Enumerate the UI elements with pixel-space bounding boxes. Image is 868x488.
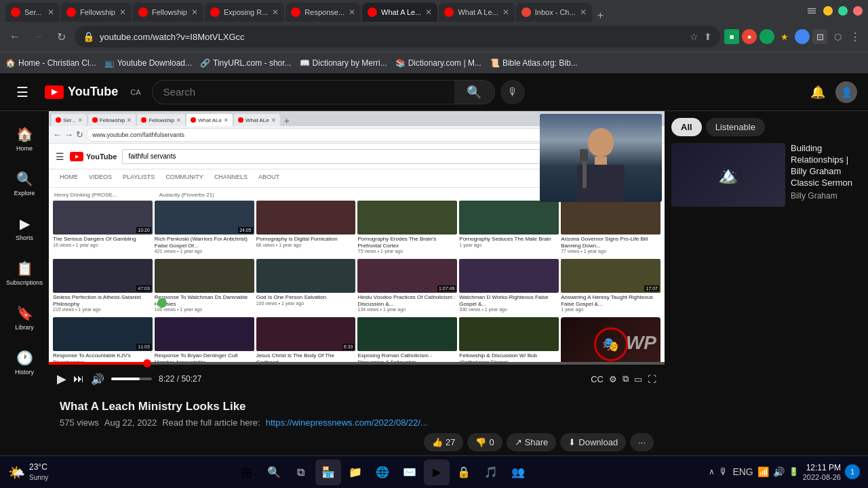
bookmark-dict[interactable]: 📚 Dictionary.com | M...: [395, 58, 481, 68]
ext-red-icon[interactable]: ●: [742, 29, 757, 44]
inner-video-6[interactable]: Arizona Governor Signs Pro-Life Bill Ban…: [561, 201, 660, 253]
dislike-button[interactable]: 👎 0: [467, 433, 502, 451]
tab-6-close[interactable]: ✕: [425, 7, 432, 17]
mail-taskbar-button[interactable]: ✉️: [397, 460, 422, 485]
fullscreen-button[interactable]: ⛶: [648, 374, 656, 384]
tab-3[interactable]: Fellowship ✕: [133, 3, 203, 22]
inner-tab-1[interactable]: Ser... ✕: [52, 114, 87, 126]
store-button[interactable]: 🏪: [315, 460, 341, 485]
volume-slider[interactable]: [111, 378, 152, 380]
inner-video-4[interactable]: Pornography Erodes The Brain's Prefronta…: [357, 201, 457, 253]
download-button[interactable]: ⬇ Download: [560, 433, 626, 451]
bookmark-tinyurl[interactable]: 🔗 TinyURL.com - shor...: [200, 58, 292, 68]
tab-4[interactable]: Exposing R... ✕: [205, 3, 284, 22]
video-url[interactable]: https://winepressnews.com/2022/08/22/...: [266, 418, 428, 428]
inner-new-tab-button[interactable]: +: [281, 115, 292, 126]
inner-yt-search-input[interactable]: [122, 149, 611, 164]
back-button[interactable]: ←: [5, 27, 24, 46]
tab-7-close[interactable]: ✕: [502, 7, 509, 17]
search-button[interactable]: 🔍: [454, 80, 495, 104]
settings-button[interactable]: ⚙: [609, 374, 617, 384]
ext-green-icon[interactable]: [760, 29, 774, 44]
inner-tab-home[interactable]: HOME: [54, 169, 83, 187]
search-input[interactable]: [152, 80, 454, 104]
browser-taskbar-button[interactable]: 🌐: [370, 460, 395, 485]
inner-video-15[interactable]: 6:33 Jesus Christ Is The Body Of The God…: [256, 317, 356, 362]
minimize-button[interactable]: [823, 6, 833, 16]
play-pause-button[interactable]: ▶: [57, 371, 66, 386]
inner-video-12[interactable]: 17:07 Answering A Heresy Taught Righteou…: [561, 259, 660, 312]
inner-video-14[interactable]: Response To Bryan Denlinger Cult Member …: [155, 317, 254, 362]
new-tab-button[interactable]: +: [593, 9, 608, 22]
sidebar-item-subscriptions[interactable]: 📋 Subscriptions: [0, 251, 49, 293]
inner-tab-videos[interactable]: VIDEOS: [83, 169, 117, 187]
inner-tab-2-close[interactable]: ✕: [127, 117, 132, 123]
theater-button[interactable]: ▭: [634, 374, 642, 384]
notification-badge[interactable]: 1: [845, 464, 860, 479]
volume-tray-icon[interactable]: 🔊: [773, 466, 785, 477]
bookmark-home[interactable]: 🏠 Home - Christian Cl...: [5, 58, 96, 68]
tab-7[interactable]: What A Le... ✕: [439, 3, 514, 22]
inner-tab-playlists[interactable]: PLAYLISTS: [117, 169, 160, 187]
ext-star-icon[interactable]: ★: [777, 29, 792, 44]
sidebar-item-library[interactable]: 🔖 Library: [0, 296, 49, 338]
video-progress-bar[interactable]: [49, 362, 665, 365]
bookmark-ytdl[interactable]: 📺 Youtube Download...: [104, 58, 192, 68]
tab-3-close[interactable]: ✕: [191, 7, 198, 17]
bookmark-merriam[interactable]: 📖 Dictionary by Merri...: [300, 58, 387, 68]
related-video-1[interactable]: 🏔️ Building Relationships | Billy Graham…: [671, 143, 861, 207]
yt-taskbar-button[interactable]: ▶: [424, 460, 450, 485]
user-avatar[interactable]: 👤: [835, 81, 857, 103]
youtube-logo[interactable]: YouTube: [45, 85, 118, 99]
tab-2[interactable]: Fellowship ✕: [61, 3, 132, 22]
bookmark-star-icon[interactable]: ☆: [690, 31, 698, 42]
sidebar-item-home[interactable]: 🏠 Home: [0, 117, 49, 159]
subtitles-button[interactable]: CC: [591, 374, 604, 384]
inner-tab-community[interactable]: COMMUNITY: [160, 169, 209, 187]
mic-button[interactable]: 🎙: [500, 80, 525, 104]
media-taskbar-button[interactable]: 🎵: [478, 460, 504, 485]
url-bar[interactable]: 🔒 youtube.com/watch?v=I8MotVLXGcc ☆ ⬆: [75, 26, 720, 47]
tab-list-button[interactable]: [806, 5, 818, 17]
inner-tab-5[interactable]: What ALe ✕: [234, 114, 280, 126]
inner-video-8[interactable]: Response To Watchman Ds Damnable Heresie…: [155, 259, 254, 312]
inner-video-2[interactable]: 24:05 Rich Penkoski (Warriors For Antich…: [155, 201, 254, 253]
chevron-up-icon[interactable]: ∧: [709, 467, 715, 476]
inner-reload-button[interactable]: ↻: [76, 129, 83, 140]
tab-8[interactable]: Inbox - Ch... ✕: [516, 3, 592, 22]
sidebar-item-explore[interactable]: 🔍 Explore: [0, 161, 49, 203]
inner-tab-5-close[interactable]: ✕: [271, 117, 276, 123]
inner-tab-3-close[interactable]: ✕: [176, 117, 181, 123]
tab-4-close[interactable]: ✕: [272, 7, 279, 17]
filter-all-button[interactable]: All: [671, 118, 702, 136]
inner-video-11[interactable]: Watchman D Works-Righteous False Gospel …: [459, 259, 559, 312]
inner-tab-active-close[interactable]: ✕: [224, 117, 229, 123]
tab-2-close[interactable]: ✕: [119, 7, 126, 17]
inner-forward-button[interactable]: →: [64, 129, 73, 140]
sidebar-item-history[interactable]: 🕐 History: [0, 340, 49, 382]
share-icon[interactable]: ⬆: [704, 31, 712, 42]
inner-video-1[interactable]: 10:20 The Serious Dangers Of Gambling 16…: [53, 201, 153, 253]
inner-video-9[interactable]: God Is One Person Salvation 100 views • …: [256, 259, 356, 312]
ext-circle-icon[interactable]: [795, 29, 810, 44]
inner-tab-active[interactable]: What ALe ✕: [186, 114, 233, 126]
share-button[interactable]: ↗ Share: [507, 433, 557, 451]
start-button[interactable]: ⊞: [234, 460, 260, 485]
maximize-button[interactable]: [838, 6, 848, 16]
vpn-taskbar-button[interactable]: 🔒: [451, 460, 477, 485]
miniplayer-button[interactable]: ⧉: [623, 373, 629, 384]
bookmark-bible[interactable]: 📜 Bible Atlas.org: Bib...: [490, 58, 578, 68]
ext-sheets-icon[interactable]: ■: [724, 29, 739, 44]
clock-widget[interactable]: 12:11 PM 2022-08-26: [803, 462, 841, 483]
lang-tray-icon[interactable]: ENG: [732, 466, 753, 477]
more-actions-button[interactable]: ···: [630, 433, 654, 451]
wifi-icon[interactable]: 📶: [757, 466, 769, 477]
notifications-icon[interactable]: 🔔: [806, 80, 830, 104]
inner-tab-3[interactable]: Fellowship ✕: [137, 114, 185, 126]
search-taskbar-button[interactable]: 🔍: [261, 460, 287, 485]
ext-box-icon[interactable]: ⊡: [812, 29, 827, 44]
close-button[interactable]: [853, 6, 863, 16]
teams-taskbar-button[interactable]: 👥: [505, 460, 531, 485]
tab-6[interactable]: What A Le... ✕: [362, 3, 437, 22]
battery-icon[interactable]: 🔋: [789, 467, 799, 476]
